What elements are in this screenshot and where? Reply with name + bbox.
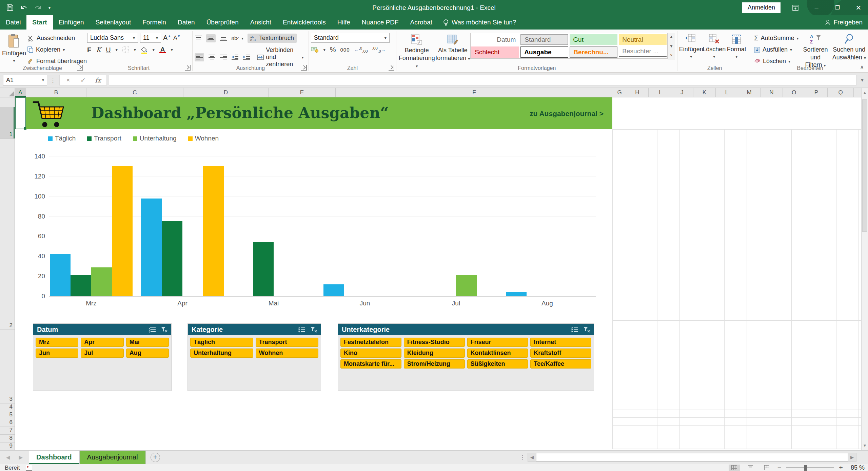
bar-täglich-mrz[interactable] [50,254,71,296]
slicer-item-apr[interactable]: Apr [81,338,123,347]
formula-bar-splitter[interactable]: ⋮ [50,76,57,84]
align-top-icon[interactable] [195,35,202,41]
customize-qat-icon[interactable]: ▾ [48,5,51,10]
clear-button[interactable]: Löschen ▾ [754,57,798,66]
underline-dropdown-icon[interactable]: ▾ [116,48,118,52]
bar-täglich-aug[interactable] [506,292,527,296]
ribbon-tab-seitenlayout[interactable]: Seitenlayout [90,15,137,30]
ribbon-display-options-icon[interactable] [786,0,805,15]
ribbon-tab-acrobat[interactable]: Acrobat [405,15,438,30]
number-dialog-launcher[interactable] [389,65,394,71]
sheet-nav-left-icon[interactable]: ◀ [6,454,10,460]
currency-dropdown-icon[interactable]: ▾ [323,48,326,52]
align-bottom-icon[interactable] [220,35,227,41]
merge-dropdown-icon[interactable]: ▾ [302,55,304,60]
ribbon-tab-einf-gen[interactable]: Einfügen [53,15,90,30]
cell-style-ausgabe[interactable]: Ausgabe [520,46,568,58]
slicer-item-kleidung[interactable]: Kleidung [404,348,465,358]
bar-wohnen-apr[interactable] [203,166,224,296]
cut-button[interactable]: Ausschneiden [27,34,87,43]
multiselect-icon[interactable] [149,327,156,333]
zoom-level[interactable]: 85 % [848,464,865,471]
slicer-item-süßigkeiten[interactable]: Süßigkeiten [467,359,528,369]
slicer-item-fitness-studio[interactable]: Fitness-Studio [404,338,465,347]
zoom-slider-handle[interactable] [804,465,807,471]
format-painter-button[interactable]: Format übertragen [27,57,87,66]
ribbon-tab-nuance-pdf[interactable]: Nuance PDF [356,15,405,30]
ribbon-tab-ansicht[interactable]: Ansicht [244,15,277,30]
slicer-kategorie[interactable]: KategorieTäglichTransportUnterhaltungWoh… [188,323,321,391]
page-break-view-button[interactable] [761,465,773,471]
column-header-q[interactable]: Q [828,88,854,97]
ribbon-tab-hilfe[interactable]: Hilfe [332,15,356,30]
zoom-out-icon[interactable]: − [777,464,782,471]
bar-unterhaltung-jul[interactable] [456,275,477,296]
slicer-item-jul[interactable]: Jul [81,348,123,358]
ribbon-tab-entwicklertools[interactable]: Entwicklertools [277,15,332,30]
fill-button[interactable]: Ausfüllen ▾ [754,45,798,54]
expand-formula-bar-icon[interactable]: ▾ [856,77,868,83]
normal-view-button[interactable] [729,465,740,471]
insert-cells-button[interactable]: Einfügen▾ [679,32,703,59]
copy-button[interactable]: Kopieren ▾ [27,45,87,54]
slicer-item-mrz[interactable]: Mrz [36,338,78,347]
currency-icon[interactable] [311,47,319,53]
number-format-select[interactable]: Standard▾ [311,33,390,43]
slicer-item-jun[interactable]: Jun [36,348,78,358]
row-header-7[interactable]: 7 [0,427,15,435]
clear-filter-icon[interactable] [583,326,590,333]
sheet-tab-dashboard[interactable]: Dashboard [29,451,79,464]
collapse-ribbon-icon[interactable]: ∧ [860,64,864,70]
slicer-item-festnetztelefon[interactable]: Festnetztelefon [340,338,401,347]
fill-dropdown-icon[interactable]: ▾ [790,48,792,52]
ribbon-tab-start[interactable]: Start [26,15,53,30]
column-header-c[interactable]: C [86,88,183,97]
row-header-5[interactable]: 5 [0,411,15,419]
cell-style-besucht[interactable]: Besuchter ... [619,46,667,57]
borders-icon[interactable] [122,46,129,53]
wrap-text-button[interactable]: abc Textumbruch [248,34,297,43]
selected-cell-a1[interactable] [15,97,26,129]
horizontal-scrollbar[interactable]: ◀ ▶ [528,453,856,462]
row-header-4[interactable]: 4 [0,403,15,411]
close-button[interactable]: ✕ [849,0,868,15]
name-box[interactable]: A1 ▾ [3,75,47,86]
slicer-unterkategorie[interactable]: UnterkategorieFestnetztelefonFitness-Stu… [338,323,594,391]
gallery-more-icon[interactable]: ⊻ [670,53,673,58]
cancel-formula-icon[interactable]: × [61,76,75,84]
ribbon-tab-daten[interactable]: Daten [172,15,201,30]
slicer-item-monatskarte-für-[interactable]: Monatskarte für... [340,359,401,369]
tell-me-box[interactable]: Was möchten Sie tun? [438,15,521,30]
align-middle-icon[interactable] [206,34,216,42]
style-gallery-scroll[interactable]: ▲ ▼ ⊻ [668,33,675,59]
row-header-6[interactable]: 6 [0,419,15,427]
font-color-dropdown-icon[interactable]: ▾ [171,48,173,52]
underline-button[interactable]: U [106,46,111,54]
bold-button[interactable]: F [87,46,91,54]
ribbon-tab-formeln[interactable]: Formeln [137,15,172,30]
cell-style-datum[interactable]: Datum [471,34,519,45]
find-select-button[interactable]: Suchen undAuswählen ▾ [832,32,866,61]
increase-decimal-icon[interactable]: ←,0,00 [354,46,368,53]
column-header-b[interactable]: B [26,88,86,97]
bar-täglich-apr[interactable] [141,199,162,296]
clear-filter-icon[interactable] [310,326,317,333]
column-header-n[interactable]: N [761,88,783,97]
copy-dropdown-icon[interactable]: ▾ [63,48,65,52]
gallery-down-icon[interactable]: ▼ [669,44,673,49]
column-header-l[interactable]: L [716,88,738,97]
align-center-icon[interactable] [208,54,216,60]
format-as-table-button[interactable]: Als Tabelleformatieren ▾ [435,32,470,62]
slicer-item-täglich[interactable]: Täglich [190,338,253,347]
row-header-1[interactable]: 1 [0,107,15,139]
page-layout-view-button[interactable] [745,465,756,471]
zoom-in-icon[interactable]: + [839,464,843,471]
slicer-item-friseur[interactable]: Friseur [467,338,528,347]
slicer-datum[interactable]: DatumMrzAprMaiJunJulAug [33,323,172,391]
italic-button[interactable]: K [96,46,101,54]
column-header-e[interactable]: E [269,88,336,97]
column-header-g[interactable]: G [613,88,626,97]
bar-transport-apr[interactable] [162,221,182,296]
orientation-dropdown-icon[interactable]: ▾ [241,36,243,41]
expenses-chart[interactable]: TäglichTransportUnterhaltungWohnen 02040… [37,133,598,313]
